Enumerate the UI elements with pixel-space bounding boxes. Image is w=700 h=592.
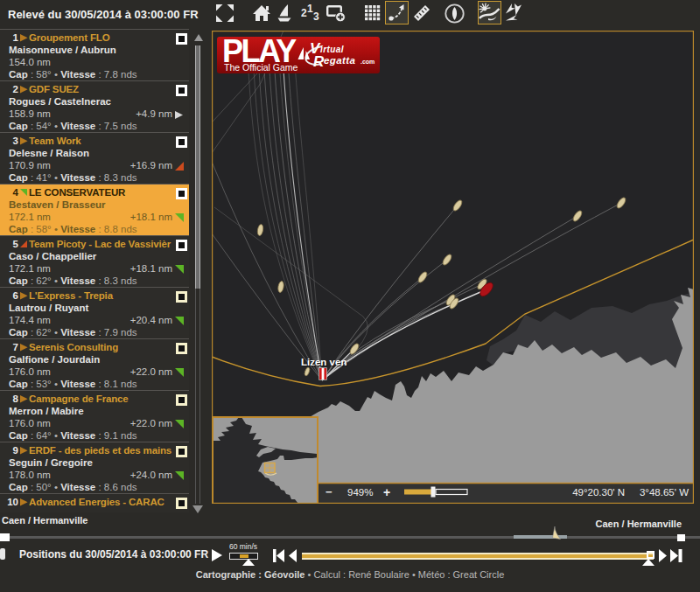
- svg-text:3: 3: [313, 10, 319, 23]
- svg-text:949%: 949%: [347, 487, 373, 498]
- svg-text:+: +: [383, 485, 390, 499]
- svg-text:egatta: egatta: [324, 55, 355, 66]
- svg-text:−: −: [326, 485, 332, 498]
- svg-text:1: 1: [307, 3, 313, 15]
- svg-text:Lizen ven: Lizen ven: [301, 357, 346, 367]
- svg-text:.com: .com: [360, 59, 374, 65]
- svg-text:3°48.65' W: 3°48.65' W: [640, 487, 689, 498]
- svg-text:irtual: irtual: [320, 45, 344, 54]
- svg-text:2: 2: [301, 7, 307, 19]
- svg-text:49°20.30' N: 49°20.30' N: [572, 487, 625, 498]
